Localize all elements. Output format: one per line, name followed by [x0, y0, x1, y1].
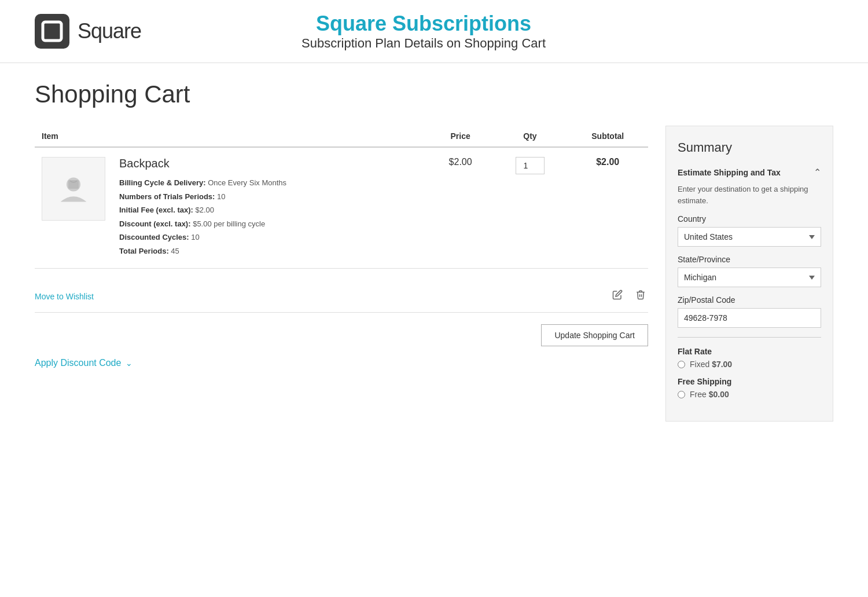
flat-rate-title: Flat Rate	[678, 347, 821, 356]
edit-item-button[interactable]	[610, 287, 625, 305]
country-label: Country	[678, 214, 821, 224]
flat-rate-price: $7.00	[712, 360, 732, 369]
header-main-title: Square Subscriptions	[301, 12, 546, 36]
col-header-subtotal: Subtotal	[568, 126, 649, 147]
product-detail-discounted-cycles: Discounted Cycles: 10	[119, 232, 421, 243]
col-header-qty: Qty	[492, 126, 567, 147]
detail-label-discounted-cycles: Discounted Cycles:	[119, 233, 189, 241]
quantity-input[interactable]	[516, 157, 545, 174]
discount-chevron-icon: ⌄	[126, 358, 133, 368]
edit-icon	[612, 290, 623, 300]
country-select[interactable]: United States	[678, 227, 821, 247]
cart-left: Item Price Qty Subtotal	[35, 126, 648, 368]
free-shipping-label: Free $0.00	[690, 390, 729, 399]
delete-item-button[interactable]	[633, 287, 648, 305]
product-subtotal: $2.00	[568, 147, 649, 269]
detail-value-discount: $5.00 per billing cycle	[193, 219, 265, 228]
apply-discount-toggle[interactable]: Apply Discount Code ⌄	[35, 358, 648, 368]
product-detail-initial-fee: Initial Fee (excl. tax): $2.00	[119, 204, 421, 216]
zip-input[interactable]	[678, 308, 821, 328]
state-select[interactable]: Michigan	[678, 268, 821, 287]
product-detail-trials: Numbers of Trials Periods: 10	[119, 191, 421, 203]
square-logo-icon	[35, 14, 69, 49]
flat-rate-radio[interactable]	[678, 361, 685, 368]
flat-rate-label: Fixed $7.00	[690, 360, 732, 369]
detail-value-billing: Once Every Six Months	[208, 178, 286, 187]
item-icons	[610, 287, 648, 305]
svg-rect-3	[68, 180, 79, 189]
detail-label-total-periods: Total Periods:	[119, 247, 169, 255]
detail-label-trials: Numbers of Trials Periods:	[119, 192, 215, 201]
detail-value-trials: 10	[217, 192, 225, 201]
col-header-item: Item	[35, 126, 428, 147]
detail-label-billing: Billing Cycle & Delivery:	[119, 178, 206, 187]
detail-label-initial-fee: Initial Fee (excl. tax):	[119, 206, 193, 214]
estimate-collapse-icon[interactable]: ⌃	[814, 167, 821, 178]
state-form-group: State/Province Michigan	[678, 255, 821, 287]
flat-rate-shipping-option: Flat Rate Fixed $7.00	[678, 347, 821, 369]
zip-form-group: Zip/Postal Code	[678, 295, 821, 328]
page-title: Shopping Cart	[35, 80, 833, 108]
update-cart-button[interactable]: Update Shopping Cart	[541, 324, 648, 346]
product-image-cell	[35, 147, 112, 269]
summary-panel: Summary Estimate Shipping and Tax ⌃ Ente…	[665, 126, 833, 422]
svg-rect-0	[35, 14, 69, 49]
move-to-wishlist-link[interactable]: Move to Wishlist	[35, 292, 94, 301]
product-qty-cell	[492, 147, 567, 269]
trash-icon	[635, 290, 646, 300]
detail-value-total-periods: 45	[171, 247, 179, 255]
state-label: State/Province	[678, 255, 821, 264]
detail-value-discounted-cycles: 10	[191, 233, 199, 241]
product-image-placeholder	[42, 157, 105, 221]
flat-rate-row: Fixed $7.00	[678, 360, 821, 369]
detail-value-initial-fee: $2.00	[196, 206, 215, 214]
free-shipping-option: Free Shipping Free $0.00	[678, 377, 821, 399]
product-name: Backpack	[119, 157, 421, 170]
cart-layout: Item Price Qty Subtotal	[35, 126, 833, 422]
logo-text: Square	[78, 19, 141, 43]
estimate-description: Enter your destination to get a shipping…	[678, 184, 821, 206]
header-title-area: Square Subscriptions Subscription Plan D…	[301, 12, 546, 51]
product-detail-total-periods: Total Periods: 45	[119, 246, 421, 257]
logo-area: Square	[35, 14, 141, 49]
estimate-section: Estimate Shipping and Tax ⌃ Enter your d…	[678, 167, 821, 399]
table-row: Backpack Billing Cycle & Delivery: Once …	[35, 147, 648, 269]
country-form-group: Country United States	[678, 214, 821, 247]
product-detail-discount: Discount (excl. tax): $5.00 per billing …	[119, 218, 421, 230]
free-shipping-price: $0.00	[709, 390, 729, 399]
product-placeholder-icon	[56, 171, 91, 206]
estimate-header: Estimate Shipping and Tax ⌃	[678, 167, 821, 178]
cart-actions-row: Move to Wishlist	[35, 280, 648, 313]
product-price: $2.00	[428, 147, 493, 269]
free-shipping-row: Free $0.00	[678, 390, 821, 399]
col-header-price: Price	[428, 126, 493, 147]
divider	[678, 337, 821, 338]
free-shipping-radio[interactable]	[678, 391, 685, 398]
page-header: Square Square Subscriptions Subscription…	[0, 0, 868, 63]
detail-label-discount: Discount (excl. tax):	[119, 219, 191, 228]
header-sub-title: Subscription Plan Details on Shopping Ca…	[301, 36, 546, 51]
product-info-cell: Backpack Billing Cycle & Delivery: Once …	[112, 147, 428, 269]
update-cart-btn-row: Update Shopping Cart	[35, 324, 648, 346]
main-content: Shopping Cart Item Price Qty Subtotal	[0, 63, 868, 439]
product-detail-billing: Billing Cycle & Delivery: Once Every Six…	[119, 177, 421, 189]
estimate-label: Estimate Shipping and Tax	[678, 168, 781, 177]
zip-label: Zip/Postal Code	[678, 295, 821, 305]
cart-table: Item Price Qty Subtotal	[35, 126, 648, 269]
free-shipping-title: Free Shipping	[678, 377, 821, 386]
apply-discount-label: Apply Discount Code	[35, 358, 121, 368]
summary-title: Summary	[678, 140, 821, 155]
